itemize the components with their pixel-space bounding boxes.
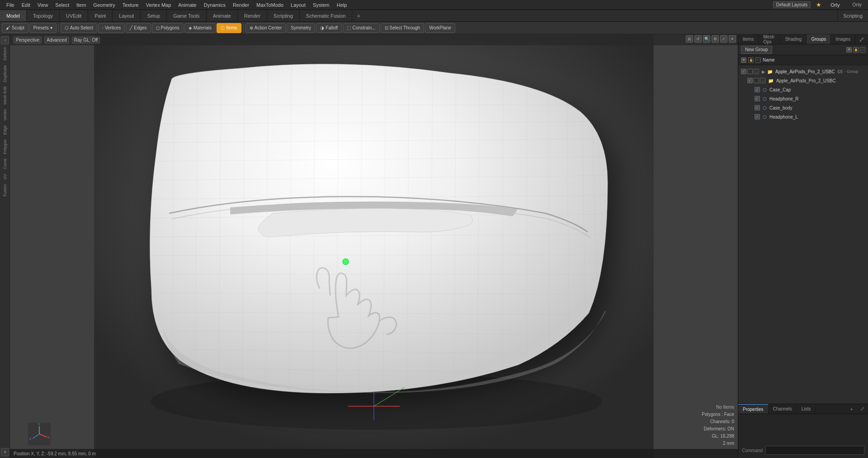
menu-edit[interactable]: Edit xyxy=(18,1,34,9)
tab-paint[interactable]: Paint xyxy=(88,10,113,21)
rtab-mesh-ops[interactable]: Mesh Ops xyxy=(759,34,780,44)
menu-file[interactable]: File xyxy=(3,1,18,9)
viewport-icon-expand[interactable]: ⤢ xyxy=(720,35,727,43)
tab-setup[interactable]: Setup xyxy=(141,10,167,21)
vis-icon-5[interactable]: ✓ xyxy=(755,114,760,119)
menu-select[interactable]: Select xyxy=(52,1,73,9)
tree-item-casebody[interactable]: ✓ ⬡ Case_body xyxy=(738,103,868,112)
sidebar-bottom-btn[interactable]: ⚙ xyxy=(1,448,9,456)
sidebar-collapse-btn[interactable]: ◁ xyxy=(1,36,9,44)
sidebar-label-deform[interactable]: Deform xyxy=(2,45,8,62)
sidebar-label-fusion[interactable]: Fusion xyxy=(2,182,8,198)
menu-layout[interactable]: Layout xyxy=(287,1,309,9)
tree-vis-col[interactable]: 👁 xyxy=(741,57,746,63)
menu-geometry[interactable]: Geometry xyxy=(90,1,118,9)
work-plane-button[interactable]: WorkPlane xyxy=(425,23,455,33)
layout-dropdown[interactable]: Default Layouts xyxy=(773,1,811,8)
sidebar-label-uv[interactable]: UV xyxy=(2,172,8,181)
sidebar-label-duplicate[interactable]: Duplicate xyxy=(2,63,8,84)
btab-lists[interactable]: Lists xyxy=(797,404,816,414)
btab-channels[interactable]: Channels xyxy=(769,404,797,414)
menu-view[interactable]: View xyxy=(34,1,52,9)
menu-system[interactable]: System xyxy=(309,1,333,9)
visibility-icon[interactable]: 👁 xyxy=(846,47,852,52)
vertices-button[interactable]: · Vertices xyxy=(98,23,125,33)
vis-icon-2[interactable]: ✓ xyxy=(755,87,760,92)
menu-help[interactable]: Help xyxy=(333,1,351,9)
tab-add-button[interactable]: + xyxy=(352,10,365,21)
action-center-button[interactable]: ⊕ Action Center xyxy=(245,23,286,33)
tree-item-headphone-r[interactable]: ✓ ⬡ Headphone_R xyxy=(738,94,868,103)
viewport-icon-zoom[interactable]: 🔍 xyxy=(703,35,710,43)
render-icon-root[interactable]: □ xyxy=(754,69,759,74)
menu-animate[interactable]: Animate xyxy=(175,1,200,9)
tab-uvedit[interactable]: UVEdit xyxy=(60,10,88,21)
tab-model[interactable]: Model xyxy=(0,10,27,21)
vis-icon-3[interactable]: ✓ xyxy=(755,96,760,101)
vis-icon[interactable]: ✓ xyxy=(741,69,746,74)
menu-vertexmap[interactable]: Vertex Map xyxy=(142,1,175,9)
tree-item-casecap[interactable]: ✓ ⬡ Case_Cap xyxy=(738,85,868,94)
sidebar-label-curve[interactable]: Curve xyxy=(2,157,8,171)
materials-button[interactable]: ◈ Materials xyxy=(184,23,216,33)
tab-scripting-right[interactable]: Scripting xyxy=(837,10,868,21)
viewport-icon-settings[interactable]: ⚙ xyxy=(712,35,719,43)
right-panel-expand-btn[interactable]: ⤢ xyxy=(855,34,868,44)
tab-schematicfusion[interactable]: Schematic Fusion xyxy=(300,10,352,21)
viewport-icon-2[interactable]: ↺ xyxy=(694,35,702,43)
render-icon[interactable]: □ xyxy=(860,47,865,52)
falloff-button[interactable]: ◑ Falloff xyxy=(316,23,342,33)
lock-icon[interactable]: 🔒 xyxy=(853,47,859,52)
tree-item-airpods[interactable]: ✓ □ 📁 Apple_AirPods_Pro_2_USBC xyxy=(738,76,868,85)
edges-button[interactable]: ╱ Edges xyxy=(126,23,151,33)
tree-render-col[interactable]: □ xyxy=(755,57,761,63)
sidebar-label-vertex[interactable]: Vertex xyxy=(2,107,8,123)
rtab-groups[interactable]: Groups xyxy=(807,34,831,44)
vis-icon-1[interactable]: ✓ xyxy=(747,78,753,83)
tab-gametools[interactable]: Game Tools xyxy=(167,10,207,21)
viewport-icon-1[interactable]: ⊞ xyxy=(686,35,693,43)
tree-item-headphone-l[interactable]: ✓ ⬡ Headphone_L xyxy=(738,112,868,121)
command-input[interactable] xyxy=(765,446,864,455)
rtab-images[interactable]: Images xyxy=(831,34,855,44)
rtab-items[interactable]: Items xyxy=(738,34,759,44)
tree-lock-col[interactable]: 🔒 xyxy=(748,57,754,63)
vis-icon-4[interactable]: ✓ xyxy=(755,105,760,110)
perspective-button[interactable]: Perspective xyxy=(14,37,42,43)
btab-expand[interactable]: ⤢ xyxy=(857,404,868,414)
viewport[interactable]: Perspective Advanced Ray GL: Off xyxy=(10,34,738,458)
tab-animate[interactable]: Animate xyxy=(207,10,238,21)
menu-dynamics[interactable]: Dynamics xyxy=(200,1,229,9)
lock-icon-1[interactable] xyxy=(754,78,759,83)
polygons-button[interactable]: ◻ Polygons xyxy=(152,23,184,33)
advanced-button[interactable]: Advanced xyxy=(44,37,69,43)
symmetry-button[interactable]: Symmetry xyxy=(287,23,315,33)
menu-maxtomodo[interactable]: MaxToModo xyxy=(253,1,287,9)
tab-layout[interactable]: Layout xyxy=(113,10,141,21)
tab-render[interactable]: Render xyxy=(238,10,267,21)
sidebar-label-polygon[interactable]: Polygon xyxy=(2,138,8,156)
rtab-shading[interactable]: Shading xyxy=(781,34,807,44)
select-through-button[interactable]: ⊡ Select Through xyxy=(381,23,425,33)
presets-button[interactable]: Presets ▾ xyxy=(29,23,57,33)
constrain-button[interactable]: ⬚ Constrain... xyxy=(343,23,379,33)
sidebar-label-mesh-edit[interactable]: Mesh Edit xyxy=(2,85,8,106)
menu-render[interactable]: Render xyxy=(229,1,253,9)
items-button[interactable]: ⬡ Items xyxy=(217,23,241,33)
render-icon-1[interactable]: □ xyxy=(760,78,765,83)
auto-select-button[interactable]: ⬡ Auto Select xyxy=(61,23,97,33)
btab-plus[interactable]: + xyxy=(847,404,857,414)
btab-properties[interactable]: Properties xyxy=(738,404,769,414)
lock-icon-root[interactable] xyxy=(747,69,753,74)
tab-topology[interactable]: Topology xyxy=(27,10,60,21)
new-group-button[interactable]: New Group xyxy=(741,46,772,54)
tab-scripting[interactable]: Scripting xyxy=(267,10,300,21)
menu-item[interactable]: Item xyxy=(73,1,90,9)
ray-gl-button[interactable]: Ray GL: Off xyxy=(72,37,100,43)
sidebar-label-edge[interactable]: Edge xyxy=(2,124,8,137)
star-icon[interactable]: ★ xyxy=(812,0,825,9)
viewport-icon-close[interactable]: ✕ xyxy=(729,35,736,43)
menu-texture[interactable]: Texture xyxy=(119,1,142,9)
tree-item-root[interactable]: ✓ □ ▶ 📁 Apple_AirPods_Pro_2_USBC (2) - G… xyxy=(738,67,868,76)
sculpt-button[interactable]: 🖌 Sculpt xyxy=(2,23,28,33)
